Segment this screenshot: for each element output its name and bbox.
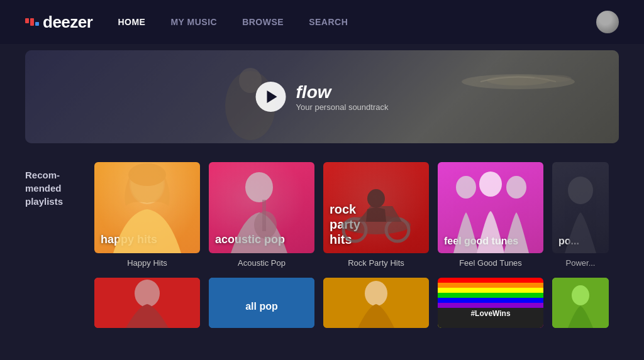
playlist-cover-feelgood: feel good tunes xyxy=(438,162,543,253)
svg-rect-26 xyxy=(438,278,543,283)
acoustic-pop-title: Acoustic Pop xyxy=(238,258,286,268)
navigation: deezer HOME MY MUSIC BROWSE SEARCH xyxy=(0,0,644,44)
playlist-happy-hits[interactable]: happy hits Happy Hits xyxy=(94,162,200,268)
playlist-power[interactable]: po... Power... xyxy=(552,162,609,268)
svg-rect-28 xyxy=(438,288,543,293)
flow-subtitle: Your personal soundtrack xyxy=(296,102,389,112)
svg-point-2 xyxy=(534,75,572,82)
feel-good-title: Feel Good Tunes xyxy=(459,258,522,268)
section-label: Recom-mendedplaylists xyxy=(25,162,82,208)
playlist-cover-happy: happy hits xyxy=(94,162,200,253)
svg-point-16 xyxy=(479,172,502,197)
nav-links: HOME MY MUSIC BROWSE SEARCH xyxy=(118,17,596,27)
lovewins-illustration: #LoveWins xyxy=(438,278,543,328)
bottom-cover-2-illustration: all pop xyxy=(209,278,314,328)
bottom-cover-3-illustration xyxy=(323,278,429,328)
logo-icon xyxy=(25,18,39,26)
happy-hits-title: Happy Hits xyxy=(127,258,167,268)
bottom-playlist-2[interactable]: all pop xyxy=(209,278,314,328)
section-layout: Recom-mendedplaylists happy hits xyxy=(25,162,619,268)
hero-decoration xyxy=(455,63,581,101)
rock-motorcycle-illustration xyxy=(323,162,429,253)
svg-text:all pop: all pop xyxy=(245,301,278,312)
flow-title: flow xyxy=(296,82,389,102)
nav-search[interactable]: SEARCH xyxy=(309,17,348,27)
nav-my-music[interactable]: MY MUSIC xyxy=(170,17,217,27)
nav-home[interactable]: HOME xyxy=(118,17,145,27)
svg-text:#LoveWins: #LoveWins xyxy=(470,309,511,318)
svg-point-8 xyxy=(245,172,273,202)
bottom-playlist-5[interactable] xyxy=(552,278,609,328)
bottom-row: all pop #LoveWins xyxy=(69,268,644,328)
playlist-feel-good[interactable]: feel good tunes Feel Good Tunes xyxy=(438,162,543,268)
hero-banner: flow Your personal soundtrack xyxy=(25,50,619,143)
bottom-playlist-lovewins[interactable]: #LoveWins xyxy=(438,278,543,328)
svg-point-18 xyxy=(568,177,593,204)
playlist-cover-acoustic: acoustic pop xyxy=(209,162,314,253)
playlist-acoustic-pop[interactable]: acoustic pop Acoustic Pop xyxy=(209,162,314,268)
hero-text: flow Your personal soundtrack xyxy=(296,82,389,112)
bottom-playlist-1[interactable] xyxy=(94,278,200,328)
rock-party-title: Rock Party Hits xyxy=(348,258,404,268)
feelgood-people-illustration xyxy=(438,162,543,253)
svg-rect-30 xyxy=(438,298,543,303)
hero-content: flow Your personal soundtrack xyxy=(256,82,389,112)
playlist-cover-rock: rockpartyhits xyxy=(323,162,429,253)
svg-point-34 xyxy=(572,285,589,305)
recommended-section: Recom-mendedplaylists happy hits xyxy=(0,150,644,268)
avatar-image xyxy=(596,11,619,33)
svg-point-15 xyxy=(456,176,476,199)
happy-person-illustration xyxy=(94,162,200,253)
svg-rect-31 xyxy=(438,303,543,308)
logo-text: deezer xyxy=(43,13,92,32)
acoustic-person-illustration xyxy=(209,162,314,253)
user-avatar[interactable] xyxy=(596,11,619,33)
playlist-rock-party[interactable]: rockpartyhits Rock Party Hits xyxy=(323,162,429,268)
playlist-row: happy hits Happy Hits acoustic xyxy=(94,162,609,268)
bottom-cover-1-illustration xyxy=(94,278,200,328)
logo[interactable]: deezer xyxy=(25,13,92,32)
flow-play-button[interactable] xyxy=(256,82,286,112)
svg-point-24 xyxy=(365,281,387,306)
play-icon xyxy=(267,90,277,103)
power-title: Power... xyxy=(566,258,596,268)
svg-point-20 xyxy=(135,280,160,307)
playlist-cover-power: po... xyxy=(552,162,609,253)
svg-rect-27 xyxy=(438,283,543,288)
nav-browse[interactable]: BROWSE xyxy=(242,17,284,27)
svg-point-17 xyxy=(506,176,526,199)
bottom-cover-5-illustration xyxy=(552,278,609,328)
bottom-playlist-3[interactable] xyxy=(323,278,429,328)
svg-rect-10 xyxy=(262,200,266,231)
svg-rect-29 xyxy=(438,293,543,298)
power-illustration xyxy=(552,162,609,253)
svg-point-14 xyxy=(367,189,385,208)
